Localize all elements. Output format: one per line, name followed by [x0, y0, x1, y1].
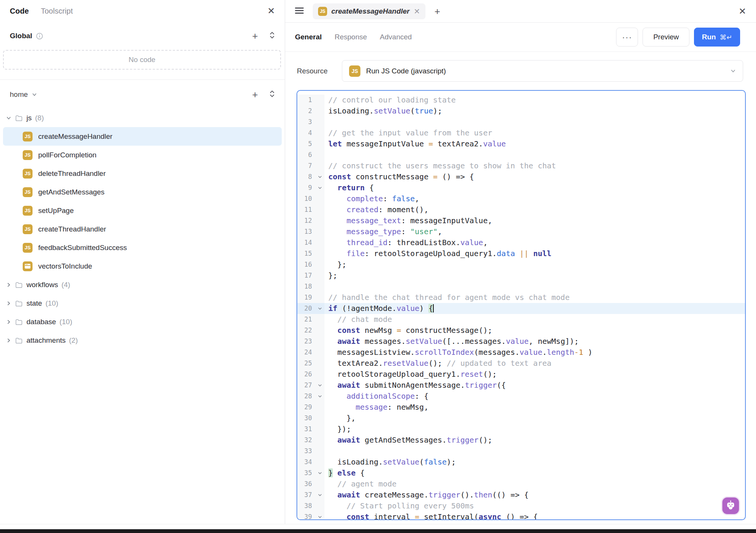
folder-name: workflows	[26, 281, 58, 289]
line-number: 26	[297, 369, 315, 380]
fold-toggle[interactable]	[315, 468, 324, 479]
fold-chevron-icon	[318, 306, 322, 311]
chevron-down-icon	[730, 68, 736, 74]
tree-item[interactable]: JSgetAndSetMessages	[3, 183, 282, 201]
folder-count: (2)	[69, 336, 78, 345]
fold-toggle[interactable]	[315, 489, 324, 500]
line-number: 23	[297, 336, 315, 347]
code-line: 7// construct the users message to show …	[297, 160, 745, 171]
code-text: await createMessage.trigger().then(() =>…	[324, 489, 745, 500]
run-button[interactable]: Run ⌘↵	[694, 28, 740, 47]
folder-icon	[15, 114, 23, 122]
code-text: };	[324, 270, 745, 281]
line-number: 36	[297, 479, 315, 489]
fold-toggle[interactable]	[315, 171, 324, 182]
close-sidebar-icon[interactable]: ✕	[267, 6, 275, 16]
tab-advanced[interactable]: Advanced	[380, 33, 412, 41]
code-text: // Start polling every 500ms	[324, 500, 745, 511]
fold-toggle[interactable]	[315, 380, 324, 391]
add-global-code-icon[interactable]: +	[252, 31, 258, 41]
resource-select[interactable]: JS Run JS Code (javascript)	[342, 60, 743, 82]
code-text: } else {	[324, 468, 745, 479]
tree-item[interactable]: JSpollForCompletion	[3, 146, 282, 164]
scope-selector[interactable]: home	[10, 90, 37, 99]
tree-item[interactable]: vectorsToInclude	[3, 257, 282, 275]
line-number: 8	[297, 171, 315, 182]
sort-icon[interactable]	[269, 90, 275, 99]
tab-code[interactable]: Code	[10, 7, 29, 16]
tree-item[interactable]: JSfeedbackSubmittedSuccess	[3, 238, 282, 257]
js-badge-icon: JS	[23, 206, 33, 216]
folder-icon	[15, 281, 23, 289]
tree-item[interactable]: JScreateThreadHandler	[3, 220, 282, 238]
fold-gutter	[315, 314, 324, 325]
hamburger-menu-icon[interactable]	[295, 7, 304, 16]
code-text: thread_id: threadListBox.value,	[324, 237, 745, 248]
code-line: 18	[297, 281, 745, 292]
line-number: 3	[297, 117, 315, 127]
close-panel-icon[interactable]: ✕	[739, 7, 746, 16]
code-line: 39 const interval = setInterval(async ()…	[297, 511, 745, 520]
open-query-tab-label: createMessageHandler	[331, 7, 410, 16]
tree-item[interactable]: JScreateMessageHandler	[3, 127, 282, 146]
fold-gutter	[315, 457, 324, 468]
fold-gutter	[315, 237, 324, 248]
code-line: 27 await submitNonAgentMessage.trigger({	[297, 380, 745, 391]
fold-gutter	[315, 402, 324, 413]
line-number: 7	[297, 160, 315, 171]
window-bottom-edge	[0, 529, 756, 533]
tree-folder-workflows[interactable]: workflows(4)	[3, 275, 282, 294]
code-line: 26 retoolStorageUpload_query1.reset();	[297, 369, 745, 380]
js-badge-icon: JS	[23, 243, 33, 253]
line-number: 20	[297, 303, 315, 314]
sort-icon[interactable]	[269, 31, 275, 41]
resource-label: Resource	[297, 67, 342, 75]
tree-item[interactable]: JSdeleteThreadHandler	[3, 164, 282, 183]
resource-row: Resource JS Run JS Code (javascript)	[285, 52, 756, 82]
code-text: message_type: "user",	[324, 226, 745, 237]
code-text: const interval = setInterval(async () =>…	[324, 511, 745, 520]
code-line: 36 // agent mode	[297, 479, 745, 489]
tab-response[interactable]: Response	[335, 33, 367, 41]
tab-general[interactable]: General	[295, 33, 322, 41]
fold-gutter	[315, 281, 324, 292]
line-number: 25	[297, 358, 315, 369]
code-text	[324, 446, 745, 457]
tree-folder-attachments[interactable]: attachments(2)	[3, 331, 282, 350]
tree-folder-state[interactable]: state(10)	[3, 294, 282, 312]
tab-toolscript[interactable]: Toolscript	[41, 7, 73, 16]
fold-gutter	[315, 149, 324, 160]
close-tab-icon[interactable]: ✕	[414, 8, 420, 15]
line-number: 33	[297, 446, 315, 457]
fold-toggle[interactable]	[315, 511, 324, 520]
line-number: 1	[297, 95, 315, 106]
fold-gutter	[315, 336, 324, 347]
fold-toggle[interactable]	[315, 391, 324, 402]
code-text: // control our loading state	[324, 95, 745, 106]
open-query-tab[interactable]: JS createMessageHandler ✕	[313, 3, 425, 19]
tree-item-label: deleteThreadHandler	[38, 169, 106, 178]
code-line: 8const constructMessage = () => {	[297, 171, 745, 182]
fold-gutter	[315, 160, 324, 171]
ai-assistant-button[interactable]	[722, 497, 739, 514]
tree-folder-js[interactable]: js(8)	[3, 109, 282, 127]
tree-item[interactable]: JSsetUpPage	[3, 201, 282, 220]
add-code-icon[interactable]: +	[252, 90, 258, 99]
info-icon[interactable]	[36, 33, 43, 40]
more-options-button[interactable]: ···	[616, 28, 638, 47]
code-line: 35} else {	[297, 468, 745, 479]
new-tab-icon[interactable]: +	[435, 6, 440, 16]
preview-button[interactable]: Preview	[643, 28, 689, 47]
js-badge-icon: JS	[23, 132, 33, 141]
tree-folder-database[interactable]: database(10)	[3, 312, 282, 331]
code-text: if (!agentMode.value) {	[324, 303, 745, 314]
folder-count: (10)	[45, 299, 58, 308]
fold-toggle[interactable]	[315, 182, 324, 193]
fold-chevron-icon	[318, 515, 322, 519]
folder-icon	[15, 299, 23, 308]
section-divider	[0, 79, 285, 80]
line-number: 10	[297, 193, 315, 204]
fold-toggle[interactable]	[315, 303, 324, 314]
fold-gutter	[315, 127, 324, 138]
code-editor[interactable]: 1// control our loading state2isLoading.…	[297, 90, 746, 520]
